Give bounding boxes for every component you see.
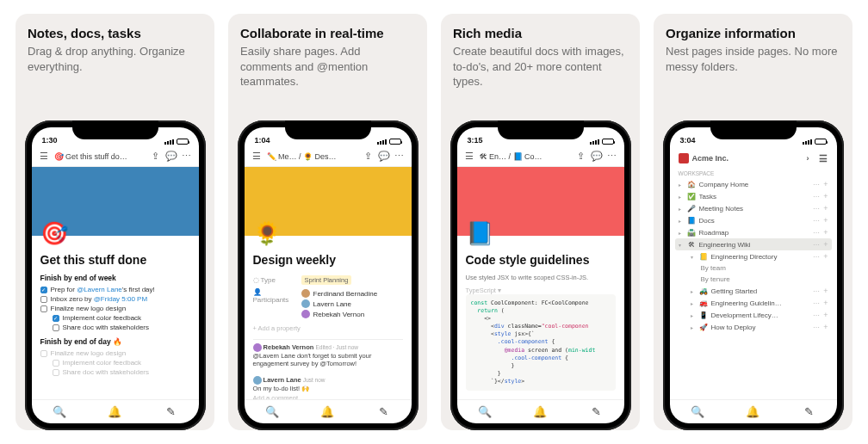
add-icon[interactable]: + xyxy=(823,228,828,237)
bottom-bar: 🔍 🔔 ✎ xyxy=(32,399,199,423)
sidebar-item-tasks[interactable]: ▸✅Tasks⋯+ xyxy=(675,190,832,202)
more-icon[interactable]: ⋯ xyxy=(394,151,405,162)
disclosure-icon[interactable]: ▸ xyxy=(679,218,684,224)
chat-icon[interactable]: 💬 xyxy=(592,151,602,162)
sidebar-subitem[interactable]: ▸📱Development Lifecy…⋯+ xyxy=(675,309,832,321)
sidebar-subitem[interactable]: ▾📒Engineering Directory⋯+ xyxy=(675,250,832,262)
bell-icon[interactable]: 🔔 xyxy=(535,407,545,417)
disclosure-icon[interactable]: ▸ xyxy=(679,182,684,188)
property-row[interactable]: ◌ TypeSprint Planning xyxy=(253,274,403,287)
checkbox-icon[interactable]: ✓ xyxy=(40,287,47,293)
more-icon[interactable]: ⋯ xyxy=(813,193,820,200)
chat-icon[interactable]: 💬 xyxy=(166,151,177,162)
panel-4: Organize information Nest pages inside p… xyxy=(654,14,852,430)
breadcrumb[interactable]: ✏️ Me… / 🌻 Des… xyxy=(267,152,358,161)
compose-icon[interactable]: ✎ xyxy=(378,407,388,417)
search-icon[interactable]: 🔍 xyxy=(692,407,703,417)
sidebar-subitem[interactable]: ▸🚀How to Deploy⋯+ xyxy=(675,321,832,333)
add-icon[interactable]: + xyxy=(823,311,828,319)
search-icon[interactable]: 🔍 xyxy=(267,407,277,417)
add-icon[interactable]: + xyxy=(823,252,828,261)
bell-icon[interactable]: 🔔 xyxy=(747,407,758,417)
search-icon[interactable]: 🔍 xyxy=(480,407,490,417)
disclosure-icon[interactable]: ▸ xyxy=(679,194,684,200)
add-icon[interactable]: + xyxy=(823,240,828,249)
menu-icon[interactable]: ☰ xyxy=(251,151,262,162)
page-icon[interactable]: 📘 xyxy=(466,220,492,246)
search-icon[interactable]: 🔍 xyxy=(54,407,65,417)
more-icon[interactable]: ⋯ xyxy=(813,205,820,213)
sidebar-subitem[interactable]: By tenure xyxy=(675,274,832,285)
checkbox-icon[interactable] xyxy=(40,305,47,312)
more-icon[interactable]: ⋯ xyxy=(607,151,617,162)
share-icon[interactable]: ⇪ xyxy=(576,151,586,162)
sidebar-subitem[interactable]: By team xyxy=(675,262,832,274)
more-icon[interactable]: ⋯ xyxy=(813,287,820,295)
compose-icon[interactable]: ✎ xyxy=(803,407,814,417)
breadcrumb[interactable]: 🎯 Get this stuff do… xyxy=(54,152,146,161)
code-dropdown[interactable]: TypeScript ▾ xyxy=(466,287,616,294)
workspace-switcher[interactable]: Acme Inc. › ☰ xyxy=(675,151,832,169)
disclosure-icon[interactable]: ▾ xyxy=(691,254,696,260)
more-icon[interactable]: ⋯ xyxy=(813,181,820,188)
bell-icon[interactable]: 🔔 xyxy=(109,407,120,417)
panel-3-title: Rich media xyxy=(453,26,628,40)
more-icon[interactable]: ⋯ xyxy=(813,311,820,319)
comment: Lavern Lane Just now On my to-do list! 🙌 xyxy=(253,373,403,394)
more-icon[interactable]: ⋯ xyxy=(813,324,820,331)
disclosure-icon[interactable]: ▸ xyxy=(691,324,696,330)
sidebar-item-engineering-wiki[interactable]: ▾🛠Engineering Wiki⋯+ xyxy=(675,238,832,250)
menu-icon[interactable]: ☰ xyxy=(818,153,828,163)
disclosure-icon[interactable]: ▸ xyxy=(691,300,696,306)
more-icon[interactable]: ⋯ xyxy=(813,299,820,307)
property-row[interactable]: 👤 Participants Ferdinand Bernadine Laver… xyxy=(253,287,403,321)
todo-item[interactable]: Inbox zero by @Friday 5:00 PM xyxy=(40,294,190,304)
sidebar-item-roadmap[interactable]: ▸🛣️Roadmap⋯+ xyxy=(675,226,832,238)
panel-1: Notes, docs, tasks Drag & drop anything.… xyxy=(16,14,214,430)
disclosure-icon[interactable]: ▸ xyxy=(679,206,684,212)
page-icon[interactable]: 🎯 xyxy=(40,220,66,246)
add-icon[interactable]: + xyxy=(823,323,828,331)
disclosure-icon[interactable]: ▾ xyxy=(679,242,684,248)
share-icon[interactable]: ⇪ xyxy=(363,151,374,162)
breadcrumb[interactable]: 🛠 En… / 📘 Co… xyxy=(480,152,571,161)
todo-item[interactable]: ✓Implement color feedback xyxy=(40,313,190,323)
add-icon[interactable]: + xyxy=(823,287,828,295)
more-icon[interactable]: ⋯ xyxy=(813,253,820,261)
sidebar-item-meeting-notes[interactable]: ▸🎤Meeting Notes⋯+ xyxy=(675,202,832,214)
disclosure-icon[interactable]: ▸ xyxy=(679,230,684,236)
todo-item[interactable]: ✓Prep for @Lavern Lane's first day! xyxy=(40,285,190,294)
menu-icon[interactable]: ☰ xyxy=(464,151,474,162)
chat-icon[interactable]: 💬 xyxy=(379,151,389,162)
todo-item[interactable]: Share doc with stakeholders xyxy=(40,323,190,332)
add-icon[interactable]: + xyxy=(823,216,828,225)
sidebar-item-docs[interactable]: ▸📘Docs⋯+ xyxy=(675,214,832,226)
page-icon[interactable]: 🌻 xyxy=(253,220,279,246)
add-icon[interactable]: + xyxy=(823,299,828,307)
sidebar-subitem[interactable]: ▸🚜Getting Started⋯+ xyxy=(675,285,832,297)
share-icon[interactable]: ⇪ xyxy=(151,151,161,162)
checkbox-icon[interactable] xyxy=(53,324,59,331)
add-icon[interactable]: + xyxy=(823,180,828,188)
todo-item[interactable]: Finalize new logo design xyxy=(40,304,190,313)
comment: Rebekah Vernon Edited · Just now @Lavern… xyxy=(253,339,403,369)
menu-icon[interactable]: ☰ xyxy=(39,151,49,162)
more-icon[interactable]: ⋯ xyxy=(813,217,820,225)
checkbox-icon[interactable]: ✓ xyxy=(53,315,59,322)
more-icon[interactable]: ⋯ xyxy=(813,241,820,249)
add-property-button[interactable]: + Add a property xyxy=(253,321,403,336)
sidebar-item-company-home[interactable]: ▸🏠Company Home⋯+ xyxy=(675,178,832,190)
add-icon[interactable]: + xyxy=(823,204,828,213)
more-icon[interactable]: ⋯ xyxy=(182,151,192,162)
bell-icon[interactable]: 🔔 xyxy=(322,407,332,417)
checkbox-icon[interactable] xyxy=(40,296,47,303)
compose-icon[interactable]: ✎ xyxy=(165,407,176,417)
compose-icon[interactable]: ✎ xyxy=(591,407,601,417)
code-block[interactable]: const CoolComponent: FC<CoolCompone retu… xyxy=(466,294,616,391)
more-icon[interactable]: ⋯ xyxy=(813,229,820,237)
sidebar-subitem[interactable]: ▸🚒Engineering Guidelin…⋯+ xyxy=(675,297,832,309)
disclosure-icon[interactable]: ▸ xyxy=(691,312,696,318)
add-icon[interactable]: + xyxy=(823,192,828,200)
status-time: 3:15 xyxy=(468,136,483,145)
disclosure-icon[interactable]: ▸ xyxy=(691,288,696,294)
